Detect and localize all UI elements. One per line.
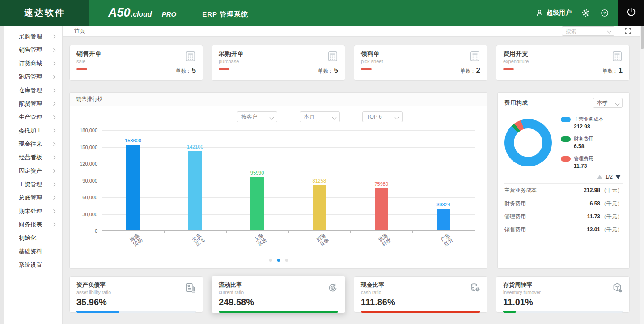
middle-row: 销售排行榜 按客户本月TOP 6 180,000150,000120,00090… [69,92,630,269]
sidebar-item-经营看板[interactable]: 经营看板 [4,151,62,164]
page-scrollbar [640,26,644,324]
stat-card-费用开支[interactable]: 费用开支expenditure单数 : 1 [496,45,630,81]
sidebar-item-委托加工[interactable]: 委托加工 [4,124,62,137]
kpi-card-存货周转率[interactable]: 存货周转率inventory turnover11.01% [496,276,630,313]
carousel-dot[interactable] [277,259,280,262]
bar-slot: 75980 [350,130,412,230]
stat-card-领料单[interactable]: 领料单pick sheet单数 : 2 [354,45,487,81]
donut-hole [514,128,542,157]
legend-label: 管理费用 [574,155,593,162]
chevron-right-icon [52,75,55,79]
bar-value-label: 142100 [187,144,203,149]
sidebar-item-label: 基础资料 [19,247,55,256]
kpi-card-row: 资产负债率asset libility ratio35.96%流动比率curre… [69,276,630,313]
kpi-progress-track [219,311,338,313]
chart-filter-select-1[interactable]: 本月 [300,111,340,122]
kpi-title: 流动比率 [219,281,338,289]
sidebar-item-固定资产[interactable]: 固定资产 [4,164,62,178]
carousel-dot[interactable] [269,259,272,262]
logout-power-button[interactable] [618,0,644,26]
expense-row-label: 销售费用 [504,226,526,234]
sidebar-item-label: 订货商城 [19,60,52,68]
kpi-value: 11.01% [503,297,623,307]
sidebar-item-配货管理[interactable]: 配货管理 [4,97,62,111]
stat-card-采购开单[interactable]: 采购开单purchase单数 : 5 [212,45,345,81]
period-select[interactable]: 本季 [593,98,623,108]
sidebar-item-总账管理[interactable]: 总账管理 [4,191,62,205]
x-category-text: 广东红升 [440,233,454,247]
kpi-progress-fill [503,311,516,313]
sidebar-item-采购管理[interactable]: 采购管理 [4,30,62,43]
kpi-card-流动比率[interactable]: 流动比率current ratio249.58% [212,276,345,313]
expense-panel-title: 费用构成 [504,99,528,107]
sidebar-item-工资管理[interactable]: 工资管理 [4,178,62,191]
sidebar-item-跑店管理[interactable]: 跑店管理 [4,70,62,84]
y-tick-label: 180,000 [80,128,97,133]
tab-home[interactable]: 首页 [74,27,85,35]
legend-label: 财务费用 [574,136,593,142]
bar [437,209,450,230]
axis-tick [164,230,165,233]
legend-swatch [561,136,571,142]
fullscreen-icon[interactable] [624,27,631,36]
kpi-progress-fill [76,311,119,313]
pager-up-icon[interactable] [597,175,602,179]
kpi-progress-track [503,311,623,313]
chevron-right-icon [52,183,55,186]
kpi-card-现金比率[interactable]: 现金比率cash ratio111.86% [354,276,487,313]
bar-value-label: 75980 [374,181,388,187]
x-category-label: 广东红升 [412,233,475,246]
x-category-text: 上海水通 [253,233,267,247]
expense-row-unit: （千元） [601,213,623,220]
stat-card-count-value: 2 [476,66,480,75]
scrollbar-thumb[interactable] [641,26,644,49]
stat-card-count: 单数 : 2 [460,66,480,75]
exchange-icon [327,282,339,295]
chevron-right-icon [52,102,55,106]
main-area: 首页 销售开单sale单数 : 5采购开单purchase单数 : 5领料单pi… [63,26,640,324]
expense-panel-header: 费用构成 本季 [504,98,623,108]
chevron-right-icon [52,156,55,159]
kpi-value: 249.58% [219,297,338,307]
legend-value: 6.58 [574,143,623,149]
bar-slot: 153600 [102,130,164,230]
expense-row: 销售费用12.01（千元） [504,223,623,236]
stat-card-subtitle: sale [76,59,196,64]
gear-icon[interactable] [581,9,590,17]
sales-bar-chart: 180,000150,000120,00090,00060,00030,0000… [70,130,487,246]
stat-card-title: 费用开支 [503,50,623,58]
sidebar-item-生产管理[interactable]: 生产管理 [4,111,62,124]
red-dash [76,68,87,70]
svg-text:?: ? [603,11,606,15]
stat-card-销售开单[interactable]: 销售开单sale单数 : 5 [69,45,203,81]
sidebar-item-初始化[interactable]: 初始化 [4,231,62,245]
bar-slot: 95990 [226,130,288,230]
sidebar-item-销售管理[interactable]: 销售管理 [4,43,62,57]
sidebar-item-现金往来[interactable]: 现金往来 [4,137,62,151]
pager-down-icon[interactable] [615,175,621,179]
sidebar-item-系统设置[interactable]: 系统设置 [4,258,62,272]
chart-filter-select-2[interactable]: TOP 6 [362,111,402,122]
kpi-subtitle: cash ratio [361,290,480,295]
sidebar-item-label: 采购管理 [19,33,52,41]
search-input[interactable] [562,26,614,36]
chart-filter-value: 按客户 [242,113,258,121]
sidebar-item-财务报表[interactable]: 财务报表 [4,218,62,231]
stat-card-count: 单数 : 5 [176,66,196,75]
sidebar-item-基础资料[interactable]: 基础资料 [4,245,62,258]
sidebar-item-期末处理[interactable]: 期末处理 [4,205,62,218]
sidebar-item-订货商城[interactable]: 订货商城 [4,57,62,70]
help-icon[interactable]: ? [600,9,609,17]
expense-row-unit: （千元） [601,187,623,193]
expense-row-label: 主营业务成本 [504,187,537,194]
carousel-dot[interactable] [285,259,288,262]
sidebar-item-仓库管理[interactable]: 仓库管理 [4,84,62,97]
kpi-card-资产负债率[interactable]: 资产负债率asset libility ratio35.96% [69,276,203,313]
chart-filter-select-0[interactable]: 按客户 [237,111,277,122]
sidebar: 采购管理销售管理订货商城跑店管理仓库管理配货管理生产管理委托加工现金往来经营看板… [4,26,63,324]
user-menu[interactable]: 超级用户 [535,9,572,17]
bar-slot: 81258 [288,130,350,230]
y-tick-label: 0 [95,228,97,234]
expense-row-amount: 12.01 [587,226,600,233]
axis-tick [412,230,413,233]
